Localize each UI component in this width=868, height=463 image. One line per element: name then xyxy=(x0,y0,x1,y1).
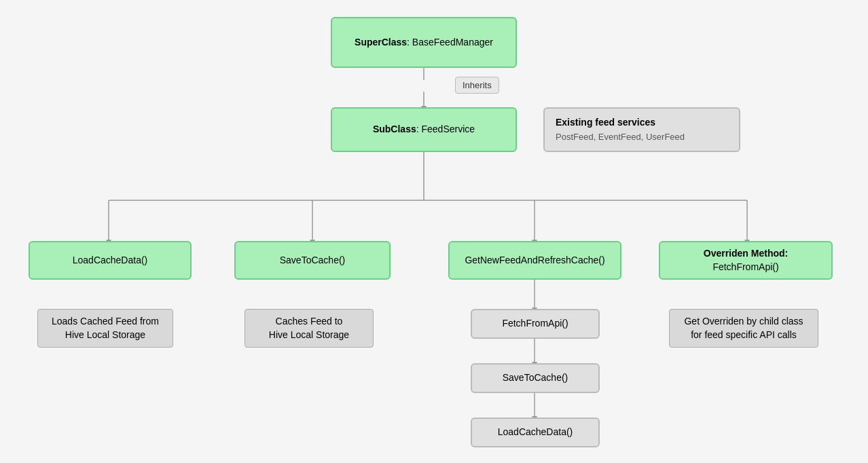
get-overriden-label: Get Overriden by child class for feed sp… xyxy=(669,309,818,348)
overriden-bold: Overriden Method: xyxy=(704,247,788,261)
superclass-node: SuperClass: BaseFeedManager xyxy=(331,17,517,68)
inherits-badge: Inherits xyxy=(455,77,499,94)
existing-feed-title: Existing feed services xyxy=(556,116,655,130)
get-new-feed-node: GetNewFeedAndRefreshCache() xyxy=(448,241,621,280)
fetch-from-api-gray-node: FetchFromApi() xyxy=(471,309,600,339)
diagram-container: SuperClass: BaseFeedManager Inherits Sub… xyxy=(0,0,868,463)
save-to-cache-gray-node: SaveToCache() xyxy=(471,363,600,393)
connectors-svg xyxy=(0,0,868,463)
overriden-rest: FetchFromApi() xyxy=(712,261,778,274)
existing-feed-subtitle: PostFeed, EventFeed, UserFeed xyxy=(556,131,685,143)
caches-feed-label: Caches Feed to Hive Local Storage xyxy=(245,309,374,348)
subclass-node: SubClass: FeedService xyxy=(331,107,517,152)
superclass-label: SuperClass: BaseFeedManager xyxy=(355,36,493,50)
save-to-cache-node: SaveToCache() xyxy=(234,241,391,280)
loads-cached-feed-label: Loads Cached Feed from Hive Local Storag… xyxy=(37,309,173,348)
existing-feed-node: Existing feed services PostFeed, EventFe… xyxy=(543,107,740,152)
load-cache-data-node: LoadCacheData() xyxy=(29,241,192,280)
load-cache-data-gray-node: LoadCacheData() xyxy=(471,418,600,447)
subclass-label: SubClass: FeedService xyxy=(373,123,475,136)
overriden-method-node: Overriden Method: FetchFromApi() xyxy=(659,241,833,280)
